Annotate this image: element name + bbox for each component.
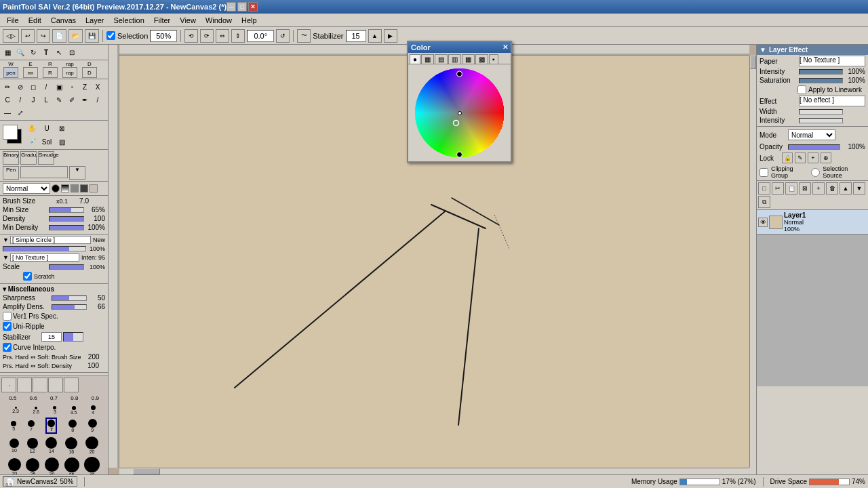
preset-3[interactable]: 3 [53, 406, 56, 414]
saturation-slider[interactable] [799, 78, 843, 83]
stabilizer-up[interactable]: ▲ [368, 29, 382, 43]
color-tab-rgb[interactable]: ▦ [421, 54, 434, 64]
color-wheel-canvas[interactable] [414, 67, 505, 159]
layer-icon-2[interactable]: ✂ [772, 182, 784, 195]
color-tab-6[interactable]: ▩ [475, 54, 488, 64]
preset-0.8[interactable] [48, 378, 63, 392]
preset-7a[interactable]: 7 [28, 420, 35, 432]
preset-2.6[interactable]: 2.6 [33, 407, 39, 414]
preset-8[interactable]: 8 [68, 420, 77, 432]
layer-icon-7[interactable]: ▲ [840, 182, 852, 195]
rotate-right-btn[interactable]: ⟳ [200, 29, 214, 43]
preset-0.5[interactable]: 0.5 [1, 378, 16, 392]
tool-extra4[interactable]: ▧ [56, 136, 68, 148]
preset-20b[interactable]: 20 [8, 458, 21, 474]
uni-ripple-checkbox[interactable] [3, 322, 12, 331]
tool-e[interactable]: E nn [21, 61, 40, 78]
flip-h-btn[interactable]: ⇔ [216, 29, 229, 43]
stabilizer-icon[interactable]: 〜 [297, 29, 311, 43]
preset-7-selected[interactable]: 7 [45, 418, 57, 434]
preset-0.6[interactable] [17, 378, 32, 392]
tool-extra3[interactable]: ⊠ [56, 122, 68, 134]
brush-type-binary[interactable]: Binary [3, 151, 19, 165]
lock-btn-2[interactable]: ✎ [795, 152, 806, 163]
toolbar-btn-1[interactable]: ◁▷ [3, 29, 19, 43]
texture-slider[interactable] [3, 246, 86, 251]
new-canvas-btn[interactable]: 📄 [52, 29, 66, 43]
toolbar-btn-2[interactable]: ↩ [21, 29, 35, 43]
preset-12[interactable]: 12 [27, 438, 38, 453]
tool-text[interactable]: T [40, 46, 52, 58]
paper-combo[interactable]: [ No Texture ] [799, 56, 865, 66]
tool-brush-3e[interactable]: — [1, 106, 14, 119]
clipping-checkbox[interactable] [760, 168, 768, 177]
tool-extra2[interactable]: ⁃ [66, 81, 78, 93]
tool-x[interactable]: X [92, 81, 104, 93]
intensity-slider[interactable] [799, 69, 843, 75]
layer-visibility-btn[interactable]: 👁 [758, 218, 768, 227]
tool-slash[interactable]: / [14, 94, 26, 106]
maximize-button[interactable]: □ [237, 2, 247, 12]
preset-14[interactable]: 14 [45, 437, 57, 453]
tool-j[interactable]: J [27, 94, 39, 106]
stab-slider2[interactable] [63, 332, 83, 342]
brush-type-smudge[interactable]: Smudge [38, 151, 54, 165]
tool-rap[interactable]: rap rap [60, 61, 79, 78]
preset-9[interactable]: 9 [88, 419, 97, 432]
tool-d[interactable]: D D [80, 61, 99, 78]
no-texture-combo[interactable]: ▼ [ No Texture ] [3, 253, 79, 262]
layer-icon-8[interactable]: ▼ [853, 182, 865, 195]
menu-view[interactable]: View [176, 15, 200, 26]
brush-thumb-area[interactable] [20, 166, 68, 178]
menu-canvas[interactable]: Canvas [47, 15, 80, 26]
canvas-h-scrollbar[interactable] [119, 468, 749, 474]
rotate-left-btn[interactable]: ⟲ [184, 29, 198, 43]
scale-slider[interactable] [49, 264, 84, 270]
layer-icon-9[interactable]: ⧉ [758, 196, 770, 208]
layer-item-1[interactable]: 👁 Layer1 Normal 100% [757, 210, 868, 235]
tool-r[interactable]: R R [41, 61, 60, 78]
simple-circle-combo[interactable]: ▼ [ Simple Circle ] [3, 236, 91, 244]
canvas-v-scrollbar[interactable] [749, 56, 756, 468]
tool-arrow[interactable]: ↖ [53, 46, 65, 58]
preset-3.5[interactable]: 3.5 [71, 406, 77, 415]
effect-combo[interactable]: [ No effect ] [799, 96, 865, 106]
menu-layer[interactable]: Layer [81, 15, 108, 26]
preset-4[interactable]: 4 [91, 405, 96, 415]
preset-25[interactable]: 25 [26, 458, 39, 475]
layer-icon-4[interactable]: ⊠ [799, 182, 811, 195]
color-dialog-title[interactable]: Color ✕ [408, 42, 511, 53]
preset-5[interactable]: 5 [11, 421, 16, 431]
tool-w[interactable]: W pen [1, 61, 20, 78]
menu-edit[interactable]: Edit [24, 15, 45, 26]
tool-c[interactable]: C [1, 94, 14, 106]
misc-title[interactable]: ▾ Miscellaneous [3, 285, 105, 293]
mode-select[interactable]: Normal Multiply Screen [788, 129, 835, 140]
min-size-slider[interactable] [49, 207, 84, 213]
angle-btn[interactable]: ↺ [276, 29, 290, 43]
min-density-slider[interactable] [49, 225, 84, 230]
ver1-checkbox[interactable] [3, 312, 12, 321]
preset-20[interactable]: 20 [85, 436, 98, 454]
brush-scroll-down[interactable]: ▼ [69, 166, 85, 180]
layer-icon-5[interactable]: + [812, 182, 825, 195]
h-scroll-thumb[interactable] [133, 468, 160, 474]
stabilizer-input[interactable] [346, 30, 366, 42]
preset-10[interactable]: 10 [9, 439, 19, 453]
color-tab-5[interactable]: ▦ [462, 54, 475, 64]
zoom-input[interactable] [150, 30, 177, 42]
brush-type-pen[interactable]: Pen [3, 166, 19, 180]
tool-hand[interactable]: ✋ [26, 122, 38, 134]
v-scroll-thumb[interactable] [750, 56, 756, 69]
lock-btn-1[interactable]: 🔒 [782, 152, 793, 163]
flip-v-btn[interactable]: ⇕ [231, 29, 245, 43]
color-tab-hsv[interactable]: ▤ [435, 54, 448, 64]
tool-pen-a[interactable]: ⊘ [14, 81, 26, 93]
tool-select[interactable]: ▦ [1, 46, 14, 58]
sel-source-radio[interactable] [811, 168, 820, 177]
menu-help[interactable]: Help [237, 15, 261, 26]
color-tab-4[interactable]: ▥ [448, 54, 461, 64]
sharpness-slider[interactable] [52, 296, 87, 301]
color-wheel-container[interactable] [414, 67, 505, 159]
opacity-slider[interactable] [788, 144, 840, 150]
